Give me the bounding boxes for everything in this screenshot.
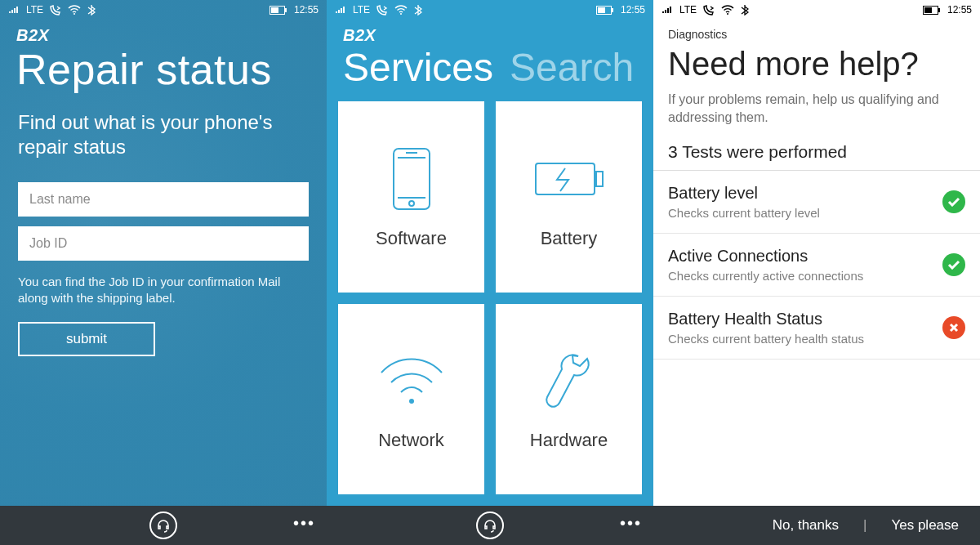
test-title: Active Connections (668, 247, 863, 266)
wifi-icon (375, 346, 448, 415)
svg-rect-6 (598, 7, 605, 13)
clock-label: 12:55 (294, 4, 318, 16)
svg-point-11 (409, 201, 414, 206)
battery-icon (596, 6, 614, 15)
page-lead: If your problems remain, help us qualify… (668, 91, 965, 142)
svg-point-4 (400, 13, 402, 15)
battery-charging-icon (532, 145, 606, 213)
tile-hardware[interactable]: Hardware (496, 304, 642, 495)
test-desc: Checks current battery level (668, 206, 820, 220)
test-row[interactable]: Battery Health Status Checks current bat… (653, 297, 980, 360)
tile-label: Hardware (530, 430, 608, 451)
jobid-input[interactable] (18, 226, 309, 261)
bluetooth-icon (741, 4, 749, 16)
lastname-input[interactable] (18, 182, 309, 217)
network-label: LTE (679, 4, 697, 16)
tab-search[interactable]: Search (510, 45, 634, 90)
svg-point-0 (74, 13, 75, 15)
call-forward-icon (376, 4, 388, 16)
page-title: Repair status (0, 45, 327, 110)
tile-label: Battery (541, 228, 598, 249)
app-bar: ••• (0, 506, 327, 545)
svg-rect-18 (924, 7, 932, 13)
svg-rect-2 (271, 7, 278, 13)
test-row[interactable]: Active Connections Checks currently acti… (653, 234, 980, 297)
support-button[interactable] (149, 511, 177, 539)
tile-network[interactable]: Network (338, 304, 484, 495)
signal-icon (8, 6, 20, 14)
brand-logo: B2X (0, 20, 327, 45)
network-label: LTE (353, 4, 370, 16)
brand-logo: B2X (327, 20, 653, 45)
svg-rect-19 (938, 8, 940, 12)
phone-icon (390, 145, 434, 213)
test-title: Battery Health Status (668, 310, 864, 328)
svg-rect-7 (612, 8, 613, 12)
check-circle-icon (942, 253, 965, 276)
signal-icon (662, 6, 673, 14)
test-desc: Checks current battery health status (668, 332, 864, 346)
screen-services: LTE 12:55 B2X Services Search Software (327, 0, 653, 545)
action-bar: No, thanks | Yes please (653, 506, 980, 545)
test-desc: Checks currently active connections (668, 269, 863, 283)
bluetooth-icon (414, 4, 422, 16)
network-label: LTE (26, 4, 43, 16)
tab-services[interactable]: Services (343, 45, 493, 90)
tile-battery[interactable]: Battery (496, 101, 642, 293)
divider: | (863, 517, 866, 534)
battery-icon (923, 6, 941, 15)
tile-label: Software (376, 228, 447, 249)
wifi-icon (68, 5, 81, 15)
pivot-tabs: Services Search (327, 45, 653, 98)
status-bar: LTE 12:55 (0, 0, 327, 20)
call-forward-icon (703, 4, 715, 16)
test-title: Battery level (668, 184, 820, 203)
no-thanks-button[interactable]: No, thanks (773, 517, 839, 534)
svg-point-16 (727, 13, 728, 15)
tests-summary: 3 Tests were performed (653, 142, 980, 171)
wifi-icon (394, 5, 408, 15)
svg-point-15 (409, 399, 414, 404)
jobid-hint: You can find the Job ID in your confirma… (0, 266, 327, 322)
clock-label: 12:55 (621, 4, 645, 16)
tile-label: Network (378, 430, 444, 451)
clock-label: 12:55 (947, 4, 972, 16)
battery-icon (270, 6, 287, 15)
app-bar: ••• (327, 506, 653, 545)
wrench-icon (541, 346, 598, 415)
page-title: Need more help? (668, 41, 965, 91)
check-circle-icon (942, 190, 965, 213)
signal-icon (335, 6, 346, 14)
more-button[interactable]: ••• (620, 514, 642, 533)
submit-button[interactable]: submit (18, 322, 155, 356)
yes-please-button[interactable]: Yes please (891, 517, 959, 534)
call-forward-icon (50, 4, 61, 16)
x-circle-icon (942, 316, 965, 339)
screen-diagnostics: LTE 12:55 Diagnostics Need more help? If… (653, 0, 980, 545)
support-button[interactable] (476, 511, 504, 539)
breadcrumb: Diagnostics (668, 28, 965, 41)
test-row[interactable]: Battery level Checks current battery lev… (653, 171, 980, 234)
tile-software[interactable]: Software (338, 101, 484, 293)
wifi-icon (721, 5, 734, 15)
page-subtitle: Find out what is your phone's repair sta… (0, 110, 327, 177)
more-button[interactable]: ••• (293, 514, 315, 533)
status-bar: LTE 12:55 (653, 0, 980, 20)
status-bar: LTE 12:55 (327, 0, 653, 20)
svg-rect-14 (596, 172, 603, 186)
bluetooth-icon (87, 4, 96, 16)
screen-repair-status: LTE 12:55 B2X Repair status Find out wha… (0, 0, 327, 545)
svg-rect-3 (285, 8, 287, 12)
